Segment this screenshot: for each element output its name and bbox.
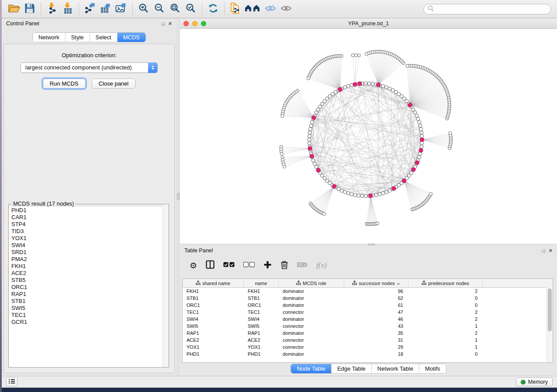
select-all-button[interactable] (223, 260, 235, 271)
mcds-list-item[interactable]: STB5 (9, 277, 169, 284)
duplicate-network-button[interactable] (228, 2, 243, 16)
close-panel-button-2[interactable]: Close panel (92, 79, 136, 89)
export-image-icon (115, 2, 128, 16)
close-window-button[interactable] (183, 21, 189, 26)
float-panel-button[interactable]: □ (162, 21, 165, 26)
run-mcds-button[interactable]: Run MCDS (43, 79, 86, 89)
mcds-list-item[interactable]: RAP1 (9, 291, 169, 298)
mcds-list-item[interactable]: CAR1 (9, 214, 169, 221)
tab-network-table[interactable]: Network Table (371, 364, 419, 373)
list-icon (8, 378, 15, 386)
search-icon (428, 5, 434, 13)
mcds-list-item[interactable]: GCR1 (9, 319, 169, 326)
column-header-mcds-role[interactable]: MCDS role (279, 279, 344, 287)
mcds-list-item[interactable]: YOX1 (9, 235, 169, 242)
mcds-list-item[interactable]: PMA2 (9, 256, 169, 263)
table-row[interactable]: TEC1TEC1connector472 (183, 309, 553, 316)
table-row[interactable]: RAP1RAP1dominator352 (183, 330, 553, 337)
table-row[interactable]: STB1STB1dominator620 (183, 295, 553, 302)
function-builder-button-disabled: f(x) (316, 260, 327, 271)
mcds-list-item[interactable]: TID3 (9, 228, 169, 235)
splitter-handle[interactable] (177, 193, 180, 200)
first-neighbors-button[interactable] (243, 2, 263, 16)
table-panel-tabs: Node TableEdge TableNetwork TableMotifs (291, 364, 446, 374)
mcds-list-item[interactable]: TEC1 (9, 312, 169, 319)
open-session-button[interactable] (6, 2, 22, 16)
task-history-button[interactable] (6, 377, 17, 387)
delete-column-button[interactable] (280, 260, 288, 271)
optimization-criterion-select[interactable]: largest connected component (undirected) (21, 62, 158, 73)
toolbar-separator (132, 3, 133, 15)
zoom-fit-icon (170, 3, 180, 15)
mcds-list-item[interactable]: SWI4 (9, 242, 169, 249)
export-image-button[interactable] (114, 2, 129, 16)
import-table-button[interactable] (60, 2, 76, 16)
table-cell: 2 (408, 316, 483, 323)
apply-layout-button[interactable] (205, 2, 221, 16)
column-header-name[interactable]: name (244, 279, 279, 287)
minimize-window-button[interactable] (192, 21, 197, 26)
attribute-type-icon (422, 281, 426, 286)
float-panel-button[interactable]: □ (542, 248, 545, 253)
column-header-successor-nodes[interactable]: successor nodes (344, 279, 408, 287)
table-row[interactable]: SWI5SWI5connector431 (183, 323, 553, 330)
mcds-list-item[interactable]: ACE2 (9, 270, 169, 277)
table-cell: 35 (344, 330, 408, 337)
table-row[interactable]: YOX1YOX1connector291 (183, 344, 553, 351)
column-header-shared-name[interactable]: shared name (183, 279, 244, 287)
double-house-icon (245, 4, 261, 14)
tab-network[interactable]: Network (33, 33, 65, 42)
zoom-selected-button[interactable] (183, 2, 199, 16)
mcds-list-item[interactable]: SWI5 (9, 305, 169, 312)
tab-node-table[interactable]: Node Table (291, 364, 331, 373)
network-view (180, 29, 557, 244)
import-network-button[interactable] (44, 2, 60, 16)
mcds-list-item[interactable]: FKH1 (9, 263, 169, 270)
zoom-out-button[interactable] (152, 2, 167, 16)
hide-selected-button[interactable] (263, 2, 278, 16)
mcds-list-item[interactable]: STP4 (9, 221, 169, 228)
table-row[interactable]: ORC1ORC1dominator610 (183, 302, 553, 309)
create-column-button[interactable] (263, 260, 272, 271)
mcds-list-item[interactable]: STB1 (9, 298, 169, 305)
tab-motifs[interactable]: Motifs (419, 364, 446, 373)
mcds-result-list: PHD1CAR1STP4TID3YOX1SWI4SRD1PMA2FKH1ACE2… (9, 207, 169, 367)
mcds-list-item[interactable]: PHD1 (9, 207, 169, 214)
tab-mcds[interactable]: MCDS (117, 33, 145, 42)
status-bar: Memory (2, 376, 557, 388)
vertical-splitter[interactable] (176, 18, 180, 376)
table-cell: TEC1 (183, 309, 244, 316)
close-panel-button[interactable]: ✕ (168, 21, 172, 26)
column-header-predecessor-nodes[interactable]: predecessor nodes (408, 279, 483, 287)
tab-style[interactable]: Style (65, 33, 90, 42)
scrollbar-thumb[interactable] (548, 289, 552, 331)
zoom-window-button[interactable] (201, 21, 206, 26)
table-cell: 29 (344, 344, 408, 351)
table-settings-button[interactable]: ⚙ (190, 260, 197, 271)
deselect-all-button[interactable] (243, 260, 255, 271)
table-row[interactable]: FKH1FKH1dominator962 (183, 288, 553, 295)
table-cell: dominator (279, 295, 344, 302)
network-canvas[interactable] (180, 29, 557, 244)
zoom-fit-button[interactable] (167, 2, 183, 16)
table-vertical-scrollbar[interactable] (547, 287, 553, 362)
save-session-button[interactable] (22, 2, 38, 16)
tab-select[interactable]: Select (90, 33, 117, 42)
show-columns-button[interactable] (206, 260, 214, 271)
table-cell: 1 (408, 344, 483, 351)
table-row[interactable]: ACE2ACE2connector311 (183, 337, 553, 344)
close-panel-button[interactable]: ✕ (549, 248, 553, 253)
zoom-in-button[interactable] (136, 2, 152, 16)
export-network-button[interactable] (82, 2, 98, 16)
network-edges (281, 52, 451, 224)
memory-button[interactable]: Memory (516, 378, 553, 386)
mcds-list-scrollbar[interactable] (163, 204, 169, 367)
mcds-list-item[interactable]: SRD1 (9, 249, 169, 256)
table-row[interactable]: PHD1PHD1dominator180 (183, 351, 553, 358)
table-row[interactable]: SWI4SWI4dominator462 (183, 316, 553, 323)
tab-edge-table[interactable]: Edge Table (331, 364, 371, 373)
export-table-button[interactable] (98, 2, 114, 16)
search-input[interactable] (436, 6, 547, 13)
show-all-button[interactable] (278, 2, 294, 16)
mcds-list-item[interactable]: ORC1 (9, 284, 169, 291)
